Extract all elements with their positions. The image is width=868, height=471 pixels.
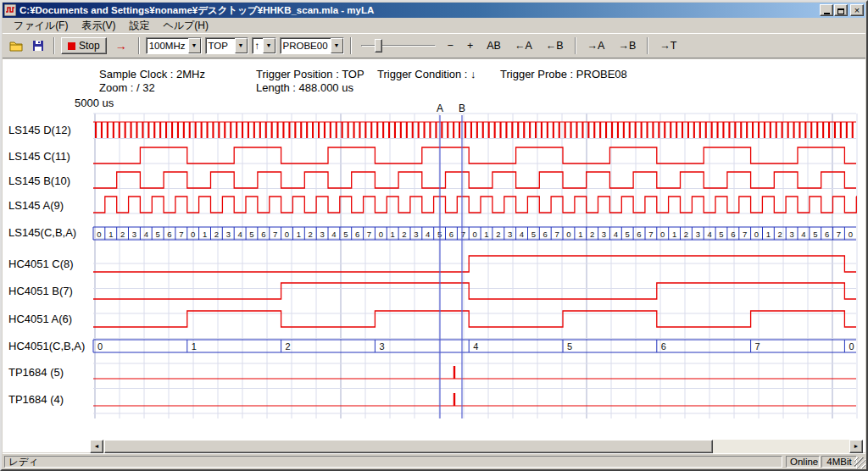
strobe-pulse (722, 122, 724, 138)
bus-value: 0 (97, 341, 103, 352)
length-info: Length : 488.000 us (256, 81, 353, 94)
strobe-pulse (400, 122, 402, 138)
channel-label: TP1684 (5) (8, 366, 64, 379)
trace-square (93, 197, 856, 213)
strobe-pulse (195, 122, 197, 138)
bus-value: 1 (484, 230, 488, 239)
strobe-pulse (593, 122, 595, 138)
bus-value: 4 (144, 230, 148, 239)
bus-value: 0 (566, 230, 570, 239)
timebase-label: 5000 us (75, 97, 114, 109)
strobe-pulse (271, 122, 273, 138)
bus-value: 0 (754, 230, 759, 239)
bus-value: 6 (543, 230, 548, 239)
strobe-pulse (511, 122, 513, 138)
strobe-pulse (294, 122, 296, 138)
strobe-pulse (605, 122, 607, 138)
trace-square (93, 147, 856, 163)
strobe-pulse (183, 122, 185, 138)
strobe-pulse (465, 122, 466, 138)
bus-value: 1 (766, 230, 771, 239)
bus-value: 1 (578, 230, 582, 239)
strobe-pulse (611, 122, 613, 138)
scroll-thumb[interactable] (104, 440, 713, 453)
trigger-position-info: Trigger Position : TOP (256, 68, 364, 80)
strobe-pulse (453, 122, 454, 138)
strobe-pulse (201, 122, 203, 138)
strobe-pulse (113, 122, 114, 138)
strobe-pulse (676, 122, 677, 138)
strobe-pulse (136, 122, 137, 138)
marker-b-label: B (459, 103, 465, 114)
strobe-pulse (658, 122, 659, 138)
strobe-pulse (159, 122, 161, 138)
strobe-pulse (165, 122, 167, 138)
strobe-pulse (388, 122, 390, 138)
bus-value: 4 (520, 230, 524, 239)
horizontal-scrollbar[interactable]: ◄ ► (90, 440, 863, 453)
strobe-pulse (787, 122, 789, 138)
bus-value: 0 (660, 230, 665, 239)
strobe-pulse (758, 122, 760, 138)
bus-value: 4 (707, 230, 711, 239)
strobe-pulse (505, 122, 507, 138)
strobe-pulse (523, 122, 525, 138)
strobe-pulse (230, 122, 231, 138)
channel-label: LS145 A(9) (8, 199, 64, 212)
bus-value: 2 (684, 230, 688, 239)
strobe-pulse (846, 122, 848, 138)
strobe-pulse (740, 122, 742, 138)
strobe-pulse (306, 122, 308, 138)
channel-label: LS145 D(12) (8, 124, 71, 136)
strobe-pulse (770, 122, 771, 138)
strobe-pulse (171, 122, 173, 138)
strobe-pulse (382, 122, 384, 138)
strobe-pulse (693, 122, 695, 138)
bus-value: 2 (778, 230, 782, 239)
bus-value: 4 (237, 230, 242, 239)
bus-value: 2 (214, 230, 219, 239)
strobe-pulse (581, 122, 583, 138)
strobe-pulse (253, 122, 255, 138)
strobe-pulse (804, 122, 806, 138)
strobe-pulse (476, 122, 478, 138)
bus-value: 0 (379, 230, 383, 239)
strobe-pulse (470, 122, 472, 138)
bus-value: 0 (285, 230, 289, 239)
bus-value: 7 (837, 230, 841, 239)
bus-value: 3 (320, 230, 324, 239)
strobe-pulse (342, 122, 343, 138)
strobe-pulse (364, 122, 366, 138)
bus-value: 1 (203, 230, 207, 239)
bus-value: 5 (719, 230, 723, 239)
channel-label: TP1684 (4) (8, 393, 64, 406)
strobe-pulse (424, 122, 426, 138)
strobe-pulse (153, 122, 155, 138)
bus-value: 3 (508, 230, 512, 239)
strobe-pulse (517, 122, 519, 138)
strobe-pulse (705, 122, 707, 138)
strobe-pulse (95, 122, 97, 138)
strobe-pulse (717, 122, 719, 138)
bus-value: 2 (286, 341, 291, 352)
strobe-pulse (641, 122, 643, 138)
strobe-pulse (447, 122, 448, 138)
strobe-pulse (312, 122, 314, 138)
trace-square (93, 283, 856, 299)
bus-value: 2 (590, 230, 594, 239)
strobe-pulse (418, 122, 420, 138)
strobe-pulse (131, 122, 132, 138)
bus-value: 3 (132, 230, 136, 239)
scroll-right-button[interactable]: ► (849, 440, 863, 453)
strobe-pulse (541, 122, 542, 138)
strobe-pulse (318, 122, 320, 138)
bus-value: 2 (120, 230, 125, 239)
strobe-pulse (177, 122, 179, 138)
bus-value: 1 (672, 230, 676, 239)
strobe-pulse (282, 122, 284, 138)
strobe-pulse (798, 122, 800, 138)
strobe-pulse (793, 122, 795, 138)
strobe-pulse (840, 122, 842, 138)
strobe-pulse (348, 122, 349, 138)
scroll-left-button[interactable]: ◄ (90, 440, 103, 453)
